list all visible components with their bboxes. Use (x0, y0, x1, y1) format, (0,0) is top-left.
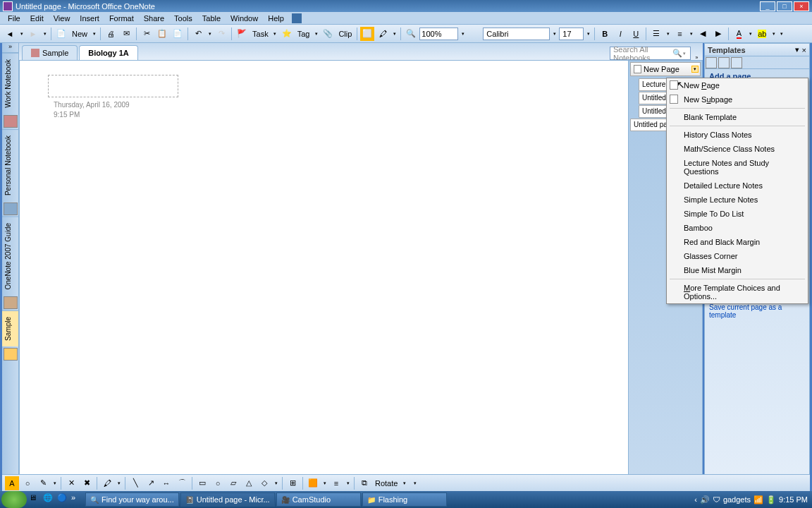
notebook-tab-work[interactable]: Work Notebook (2, 53, 18, 114)
menu-tools[interactable]: Tools (169, 13, 197, 24)
draw-overflow[interactable]: ▾ (412, 480, 418, 486)
tabs-overflow[interactable]: » (694, 55, 700, 60)
new-page-button[interactable]: New Page ▾ (630, 62, 701, 76)
menu-item-math[interactable]: Math/Science Class Notes (667, 142, 808, 156)
copy-button[interactable]: 📋 (155, 27, 169, 41)
marker-tool[interactable]: 🖍 (100, 476, 114, 490)
notebook-icon[interactable] (4, 202, 18, 215)
back-button[interactable]: ◄ (3, 27, 17, 41)
arrow-tool[interactable]: ↗ (144, 476, 158, 490)
menu-item-more-templates[interactable]: More Template Choices and Options... (667, 281, 808, 303)
undo-dd[interactable]: ▾ (207, 31, 213, 37)
print-button[interactable]: 🖨 (104, 27, 118, 41)
underline-button[interactable]: U (629, 27, 643, 41)
menu-item-new-subpage[interactable]: New Subpage (667, 92, 808, 107)
taskbar-item[interactable]: 🎥CamStudio (276, 492, 361, 507)
menu-item-bluemist[interactable]: Blue Mist Margin (667, 263, 808, 277)
outdent-button[interactable]: ◀ (696, 27, 710, 41)
tray-clock[interactable]: 9:15 PM (779, 495, 808, 504)
line-tool[interactable]: ╲ (128, 476, 142, 490)
menu-share[interactable]: Share (139, 13, 169, 24)
indent-button[interactable]: ▶ (711, 27, 725, 41)
notebook-icon[interactable] (4, 115, 18, 128)
section-tab-sample[interactable]: Sample (22, 45, 78, 60)
menu-item-bamboo[interactable]: Bamboo (667, 221, 808, 235)
quick-launch-icon[interactable]: 🔵 (57, 493, 70, 506)
select-tool[interactable]: A (5, 476, 19, 490)
menu-edit[interactable]: Edit (25, 13, 49, 24)
menu-help[interactable]: Help (263, 13, 289, 24)
menu-item-blank-template[interactable]: Blank Template (667, 110, 808, 124)
tag-icon[interactable]: ⭐ (280, 27, 294, 41)
expand-tabs-button[interactable]: » (2, 43, 18, 53)
notebook-tab-personal[interactable]: Personal Notebook (2, 129, 18, 201)
menu-item-lecture-questions[interactable]: Lecture Notes and Study Questions (667, 156, 808, 179)
save-template-link[interactable]: Save current page as a template (709, 303, 805, 319)
start-button[interactable] (1, 491, 27, 508)
taskbar-item-onenote[interactable]: 📓Untitled page - Micr... (180, 492, 275, 507)
redo-button[interactable]: ↷ (214, 27, 228, 41)
quick-launch-icon[interactable]: 🌐 (43, 493, 56, 506)
bullets-button[interactable]: ☰ (649, 27, 663, 41)
cut-button[interactable]: ✂ (140, 27, 154, 41)
menu-item-history[interactable]: History Class Notes (667, 128, 808, 142)
size-dd[interactable]: ▾ (585, 31, 591, 37)
tray-gadgets[interactable]: gadgets (723, 495, 751, 504)
menu-item-simple-lecture[interactable]: Simple Lecture Notes (667, 193, 808, 207)
linecolor-tool[interactable]: 🟧 (306, 476, 320, 490)
tray-icon[interactable]: 🛡 (713, 495, 720, 504)
fontcolor-button[interactable]: A (732, 27, 746, 41)
double-arrow-tool[interactable]: ↔ (159, 476, 173, 490)
fontsize-selector[interactable]: 17 (559, 28, 584, 40)
pane-home-button[interactable] (731, 57, 742, 68)
forward-button[interactable]: ► (26, 27, 40, 41)
notebook-tab-guide[interactable]: OneNote 2007 Guide (2, 217, 18, 296)
menu-file[interactable]: File (3, 13, 25, 24)
pane-close-button[interactable]: × (802, 46, 806, 54)
ellipse-tool[interactable]: ○ (211, 476, 225, 490)
system-tray[interactable]: ‹ 🔊 🛡 gadgets 📶 🔋 9:15 PM (690, 495, 812, 504)
tray-icon[interactable]: 📶 (753, 495, 763, 504)
highlight-button[interactable]: 🖍 (376, 27, 390, 41)
numbering-button[interactable]: ≡ (672, 27, 687, 41)
zoom-dd[interactable]: ▾ (460, 31, 466, 37)
pen-tool[interactable]: ✎ (36, 476, 50, 490)
section-tab-biology[interactable]: Biology 1A (79, 45, 137, 60)
clip-icon[interactable]: 📎 (321, 27, 335, 41)
delete-tool[interactable]: ✖ (80, 476, 94, 490)
forward-dd[interactable]: ▾ (42, 31, 48, 37)
paste-button[interactable]: 📄 (171, 27, 185, 41)
task-dd[interactable]: ▾ (272, 31, 278, 37)
menu-item-redblack[interactable]: Red and Black Margin (667, 235, 808, 249)
new-page-dropdown-button[interactable]: ▾ (691, 66, 699, 73)
toolbar-overflow[interactable]: ▾ (778, 31, 785, 37)
font-selector[interactable]: Calibri (483, 28, 550, 40)
menu-table[interactable]: Table (197, 13, 226, 24)
taskbar-item[interactable]: 📁Flashing (362, 492, 447, 507)
highlight2-button[interactable]: ab (755, 27, 769, 41)
italic-button[interactable]: I (613, 27, 627, 41)
quick-launch-expand[interactable]: » (71, 493, 84, 506)
help-icon[interactable] (292, 13, 302, 23)
triangle-tool[interactable]: △ (242, 476, 256, 490)
zoom-icon[interactable]: 🔍 (404, 27, 418, 41)
eraser-tool[interactable]: ✕ (64, 476, 78, 490)
diamond-tool[interactable]: ◇ (257, 476, 271, 490)
menu-item-glasses[interactable]: Glasses Corner (667, 249, 808, 263)
new-button[interactable]: New (70, 30, 90, 38)
duplicate-tool[interactable]: ⧉ (357, 476, 371, 490)
thickness-tool[interactable]: ≡ (329, 476, 343, 490)
menu-window[interactable]: Window (226, 13, 263, 24)
taskbar-item[interactable]: 🔍Find your way arou... (85, 492, 179, 507)
zoom-input[interactable]: 100% (419, 28, 458, 40)
notebook-icon[interactable] (4, 348, 18, 361)
tray-icon[interactable]: 🔋 (766, 495, 776, 504)
parallelogram-tool[interactable]: ▱ (226, 476, 240, 490)
tag-dd[interactable]: ▾ (313, 31, 319, 37)
new-note-icon[interactable]: 📄 (54, 27, 68, 41)
hl-dd[interactable]: ▾ (391, 31, 398, 37)
task-icon[interactable]: 🚩 (235, 27, 249, 41)
maximize-button[interactable]: □ (777, 1, 792, 11)
curve-tool[interactable]: ⌒ (175, 476, 189, 490)
space-tool[interactable]: ⊞ (285, 476, 300, 490)
